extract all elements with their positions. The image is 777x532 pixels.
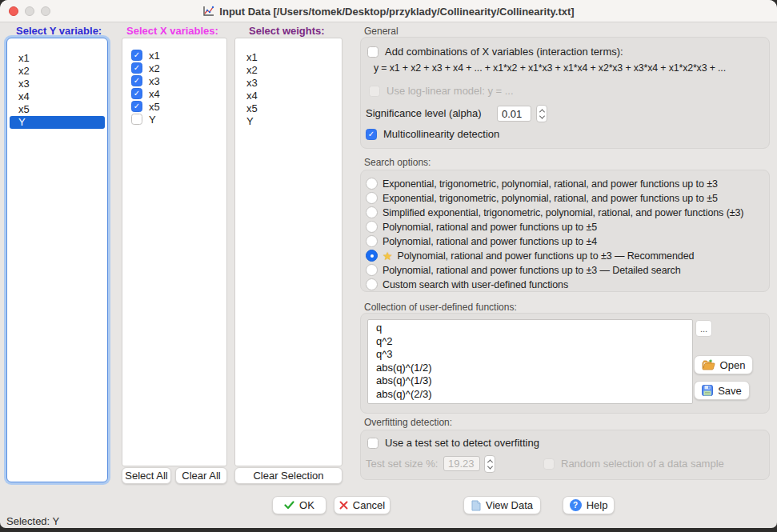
weight-list-item[interactable]: x3 — [235, 77, 342, 90]
stepper-down-icon — [539, 113, 544, 118]
y-list-item[interactable]: x2 — [7, 65, 107, 78]
help-icon: ? — [570, 499, 582, 511]
significance-stepper[interactable] — [536, 105, 547, 122]
checkbox-checked-icon — [131, 88, 142, 99]
open-folder-icon — [702, 359, 715, 370]
overfitting-groupbox: Use a test set to detect overfitting Tes… — [360, 430, 770, 480]
functions-groupbox: q q^2 q^3 abs(q)^(1/2) abs(q)^(1/3) abs(… — [360, 313, 770, 414]
function-line: abs(q)^(3/2) — [376, 401, 684, 404]
y-list-item-selected[interactable]: Y — [10, 116, 105, 129]
checkbox-unchecked-icon — [131, 114, 142, 125]
search-option-label: Custom search with user-defined function… — [382, 279, 568, 290]
use-test-set-checkbox[interactable]: Use a test set to detect overfitting — [367, 437, 539, 449]
select-x-label: Select X variables: — [126, 25, 218, 37]
y-variable-listbox: x1 x2 x3 x4 x5 Y — [6, 38, 108, 482]
search-option-label: Exponential, trigonometric, polynomial, … — [382, 193, 718, 204]
search-option-radio[interactable]: Polynomial, rational and power functions… — [366, 264, 681, 276]
weight-list-item[interactable]: x4 — [235, 90, 342, 102]
search-option-label: Polynomial, rational and power functions… — [382, 265, 681, 276]
open-label: Open — [720, 359, 746, 371]
checkbox-checked-icon — [366, 129, 377, 140]
checkbox-disabled-icon — [369, 86, 380, 97]
search-option-radio[interactable]: Simplified exponential, trigonometric, p… — [366, 206, 743, 218]
x-variables-listbox: x1 x2 x3 x4 x5 Y — [122, 38, 227, 466]
radio-icon — [366, 192, 378, 204]
select-all-button[interactable]: Select All — [122, 467, 171, 484]
x-variable-row[interactable]: x3 — [122, 74, 226, 87]
add-combinations-checkbox[interactable]: Add combinations of X variables (interac… — [367, 46, 623, 58]
radio-icon — [366, 235, 378, 247]
y-list-item[interactable]: x3 — [7, 78, 107, 90]
ok-label: OK — [299, 499, 314, 511]
x-variable-row[interactable]: x5 — [122, 100, 226, 113]
y-list-item[interactable]: x5 — [7, 103, 107, 116]
weight-list-item[interactable]: x5 — [235, 102, 342, 115]
save-floppy-icon — [702, 385, 713, 396]
search-option-label: Polynomial, rational and power functions… — [382, 222, 597, 233]
x-variable-label: Y — [149, 114, 156, 126]
checkbox-checked-icon — [131, 75, 142, 86]
search-option-radio[interactable]: Custom search with user-defined function… — [366, 278, 568, 290]
select-weights-label: Select weights: — [249, 25, 325, 37]
stepper-down-icon — [487, 463, 492, 469]
checkbox-checked-icon — [131, 50, 142, 61]
clear-selection-label: Clear Selection — [253, 470, 323, 482]
x-variable-label: x1 — [149, 50, 160, 62]
x-variable-row[interactable]: Y — [122, 113, 226, 126]
search-option-radio-selected[interactable]: ★ Polynomial, rational and power functio… — [366, 250, 694, 262]
cancel-button[interactable]: Cancel — [334, 496, 391, 514]
search-option-radio[interactable]: Polynomial, rational and power functions… — [366, 235, 597, 247]
significance-label: Significance level (alpha) — [366, 107, 482, 119]
input-data-dialog: Input Data [/Users/tomek/Desktop/przykla… — [0, 0, 777, 528]
interaction-formula: y = x1 + x2 + x3 + x4 + ... + x1*x2 + x1… — [374, 62, 726, 74]
open-button[interactable]: Open — [694, 355, 753, 374]
save-label: Save — [718, 385, 742, 397]
weight-list-item[interactable]: Y — [235, 115, 342, 128]
search-option-radio[interactable]: Exponential, trigonometric, polynomial, … — [366, 178, 718, 190]
test-set-size-label: Test set size %: — [366, 458, 438, 470]
ok-button[interactable]: OK — [272, 496, 326, 514]
window-title: Input Data [/Users/tomek/Desktop/przykla… — [219, 6, 574, 18]
test-set-size-stepper — [484, 455, 495, 473]
x-variable-row[interactable]: x2 — [122, 62, 226, 74]
weight-list-item[interactable]: x2 — [235, 64, 342, 77]
multicollinearity-label: Multicollinearity detection — [383, 128, 499, 140]
titlebar: Input Data [/Users/tomek/Desktop/przykla… — [0, 0, 777, 22]
log-linear-checkbox: Use log-linear model: y = ... — [369, 85, 514, 97]
random-selection-checkbox: Random selection of a data sample — [543, 458, 724, 470]
more-functions-button[interactable]: ... — [695, 320, 712, 337]
random-selection-label: Random selection of a data sample — [561, 458, 724, 470]
general-section-label: General — [364, 26, 399, 37]
log-linear-label: Use log-linear model: y = ... — [386, 85, 514, 97]
status-text: Selected: Y — [6, 515, 59, 527]
weights-listbox: x1 x2 x3 x4 x5 Y — [234, 38, 342, 466]
cancel-label: Cancel — [353, 499, 385, 511]
x-variable-label: x2 — [149, 62, 160, 74]
y-list-item[interactable]: x1 — [7, 52, 107, 65]
function-line: abs(q)^(1/3) — [376, 374, 684, 388]
multicollinearity-checkbox[interactable]: Multicollinearity detection — [366, 128, 499, 140]
search-option-label: Exponential, trigonometric, polynomial, … — [382, 178, 718, 190]
x-variable-row[interactable]: x1 — [122, 49, 226, 62]
x-variable-row[interactable]: x4 — [122, 87, 226, 100]
search-option-label: Polynomial, rational and power functions… — [382, 236, 597, 247]
overfitting-section-label: Overfitting detection: — [364, 417, 452, 428]
functions-editor[interactable]: q q^2 q^3 abs(q)^(1/2) abs(q)^(1/3) abs(… — [367, 319, 693, 404]
function-line: q^2 — [376, 335, 684, 349]
clear-all-button[interactable]: Clear All — [175, 467, 227, 484]
checkbox-unchecked-icon — [367, 46, 378, 58]
search-option-radio[interactable]: Exponential, trigonometric, polynomial, … — [366, 192, 718, 204]
view-data-label: View Data — [486, 499, 533, 511]
clear-selection-button[interactable]: Clear Selection — [234, 467, 342, 484]
search-option-radio[interactable]: Polynomial, rational and power functions… — [366, 221, 597, 233]
ok-check-icon — [284, 501, 294, 510]
weight-list-item[interactable]: x1 — [235, 51, 342, 64]
radio-icon — [366, 178, 378, 190]
y-list-item[interactable]: x4 — [7, 90, 107, 103]
significance-input[interactable] — [497, 106, 531, 122]
chart-icon — [202, 6, 214, 17]
search-options-label: Search options: — [364, 157, 431, 168]
help-button[interactable]: ? Help — [563, 496, 615, 514]
save-button[interactable]: Save — [694, 381, 750, 400]
view-data-button[interactable]: View Data — [463, 496, 541, 514]
